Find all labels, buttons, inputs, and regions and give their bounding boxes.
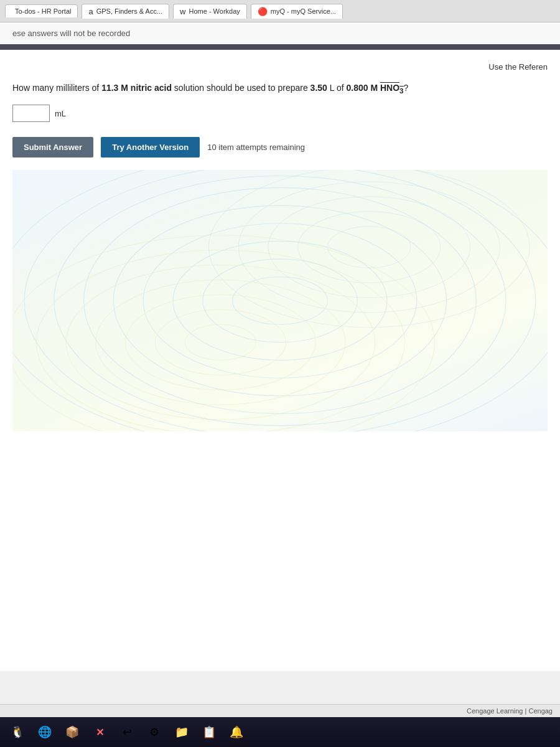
use-reference-text: Use the Referen — [488, 62, 548, 72]
taskbar-item-chrome[interactable]: 🌐 — [32, 720, 57, 745]
volume: 3.50 — [310, 83, 327, 93]
tab-workday[interactable]: w Home - Workday — [173, 4, 247, 19]
taskbar-item-files[interactable]: 📦 — [60, 720, 85, 745]
taskbar-item-notification[interactable]: 🔔 — [224, 720, 249, 745]
try-another-version-button[interactable]: Try Another Version — [101, 137, 200, 157]
question-middle: solution should be used to prepare — [172, 83, 310, 93]
tab-myq[interactable]: 🔴 myQ - myQ Service... — [251, 4, 343, 19]
taskbar-item-settings[interactable]: ⚙ — [142, 720, 167, 745]
concentration2: 0.800 M — [346, 83, 378, 93]
tab-myq-icon: 🔴 — [258, 7, 268, 16]
question-suffix: ? — [404, 83, 409, 93]
svg-point-10 — [155, 310, 286, 375]
taskbar: 🐧 🌐 📦 ✕ ↩ ⚙ 📁 📋 🔔 — [0, 717, 560, 747]
svg-point-15 — [12, 235, 434, 431]
notice-bar: ese answers will not be recorded — [0, 22, 560, 46]
taskbar-item-back[interactable]: ↩ — [114, 720, 139, 745]
browser-tabs: To-dos - HR Portal a GPS, Finders & Acc.… — [0, 0, 560, 22]
svg-point-8 — [12, 170, 548, 431]
svg-point-7 — [24, 170, 536, 431]
formula: HNO3 — [380, 83, 404, 93]
volume-unit: L of — [327, 83, 347, 93]
tab-gps[interactable]: a GPS, Finders & Acc... — [82, 4, 169, 19]
svg-point-4 — [113, 205, 446, 396]
tab-gps-label: GPS, Finders & Acc... — [96, 7, 162, 15]
svg-point-16 — [327, 227, 411, 268]
main-content: ese answers will not be recorded Use the… — [0, 22, 560, 671]
concentration1: 11.3 M — [101, 83, 128, 93]
question-prefix: How many milliliters of — [12, 83, 101, 93]
svg-point-9 — [185, 325, 256, 360]
svg-point-3 — [143, 223, 417, 378]
use-reference: Use the Referen — [12, 62, 548, 72]
buttons-row: Submit Answer Try Another Version 10 ite… — [12, 137, 548, 157]
svg-point-12 — [96, 280, 345, 405]
tab-todos-label: To-dos - HR Portal — [15, 7, 71, 15]
taskbar-item-clipboard[interactable]: 📋 — [197, 720, 222, 745]
submit-answer-button[interactable]: Submit Answer — [12, 137, 93, 157]
wave-decoration — [12, 170, 548, 431]
svg-point-20 — [208, 170, 530, 327]
footer-bar: Cengage Learning | Cengag — [0, 704, 560, 717]
wave-area: ↖ — [12, 170, 548, 431]
content-area: Use the Referen How many milliliters of … — [0, 50, 560, 444]
footer-text: Cengage Learning | Cengag — [467, 707, 553, 715]
svg-point-13 — [66, 265, 375, 420]
svg-point-6 — [54, 176, 506, 426]
taskbar-item-folder[interactable]: 📁 — [169, 720, 194, 745]
taskbar-item-close[interactable]: ✕ — [87, 720, 112, 745]
taskbar-item-penguin[interactable]: 🐧 — [5, 720, 30, 745]
svg-point-19 — [238, 182, 500, 312]
question-text: How many milliliters of 11.3 M nitric ac… — [12, 82, 548, 96]
answer-input[interactable] — [12, 105, 50, 122]
substance: nitric acid — [128, 83, 172, 93]
notice-text: ese answers will not be recorded — [12, 29, 130, 38]
tab-gps-icon: a — [88, 7, 93, 16]
unit-label: mL — [55, 109, 66, 118]
tab-myq-label: myQ - myQ Service... — [271, 7, 336, 15]
tab-workday-icon: w — [180, 7, 185, 16]
attempts-text: 10 item attempts remaining — [207, 143, 305, 152]
tab-todos[interactable]: To-dos - HR Portal — [5, 4, 78, 17]
svg-point-1 — [203, 259, 357, 342]
answer-row: mL — [12, 105, 548, 122]
tab-workday-label: Home - Workday — [189, 7, 240, 15]
